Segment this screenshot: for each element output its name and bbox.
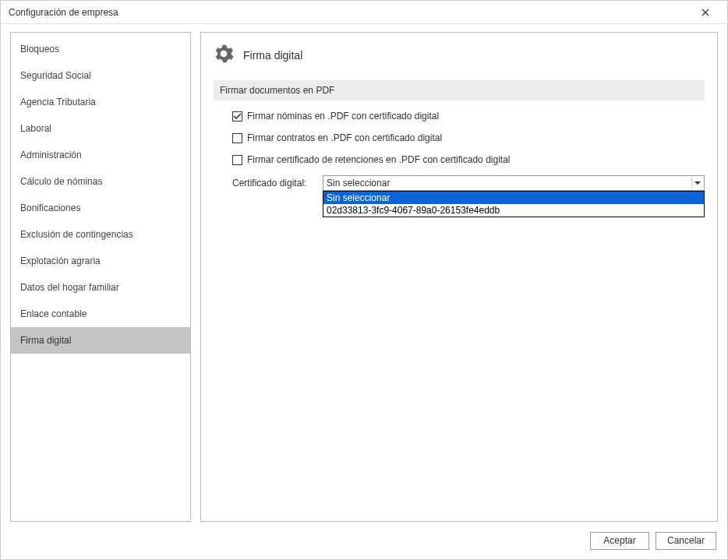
gear-icon [214, 44, 234, 66]
certificate-dropdown: Sin seleccionar02d33813-3fc9-4067-89a0-2… [323, 191, 705, 217]
combo-option[interactable]: 02d33813-3fc9-4067-89a0-26153fe4eddb [323, 204, 704, 217]
window-title: Configuración de empresa [9, 7, 118, 18]
titlebar: Configuración de empresa [1, 1, 727, 24]
checkbox-row: Firmar certificado de retenciones en .PD… [232, 152, 705, 167]
page-title: Firma digital [243, 49, 302, 62]
certificate-combo-wrap: Sin seleccionar Sin seleccionar02d33813-… [323, 175, 705, 191]
checkbox[interactable] [232, 133, 242, 143]
main-panel: Firma digital Firmar documentos en PDF F… [200, 32, 718, 522]
sidebar: BloqueosSeguridad SocialAgencia Tributar… [10, 32, 191, 522]
main-header: Firma digital [214, 44, 705, 66]
sidebar-item[interactable]: Datos del hogar familiar [11, 274, 190, 301]
checkbox-row: Firmar nóminas en .PDF con certificado d… [232, 108, 705, 124]
checkbox-label: Firmar nóminas en .PDF con certificado d… [247, 111, 439, 122]
sidebar-item[interactable]: Cálculo de nóminas [11, 168, 190, 195]
certificate-label: Certificado digital: [232, 175, 316, 188]
sidebar-item[interactable]: Bloqueos [11, 36, 190, 62]
sidebar-item[interactable]: Bonificaciones [11, 195, 190, 221]
sidebar-item[interactable]: Firma digital [11, 327, 190, 354]
close-button[interactable] [690, 2, 721, 23]
combo-option[interactable]: Sin seleccionar [323, 192, 704, 204]
sidebar-item[interactable]: Exclusión de contingencias [11, 221, 190, 248]
certificate-combo[interactable]: Sin seleccionar [323, 175, 705, 191]
section-body: Firmar nóminas en .PDF con certificado d… [214, 108, 705, 191]
sidebar-item[interactable]: Explotación agraria [11, 248, 190, 274]
certificate-field-row: Certificado digital: Sin seleccionar Sin… [232, 175, 705, 191]
sidebar-item[interactable]: Agencia Tributaria [11, 89, 190, 115]
sidebar-item[interactable]: Seguridad Social [11, 62, 190, 89]
checkbox[interactable] [232, 111, 242, 122]
chevron-down-icon [691, 177, 702, 189]
accept-button[interactable]: Aceptar [590, 532, 649, 550]
sidebar-item[interactable]: Enlace contable [11, 301, 190, 327]
sidebar-item[interactable]: Laboral [11, 115, 190, 142]
checkbox-label: Firmar certificado de retenciones en .PD… [247, 154, 510, 165]
certificate-combo-value: Sin seleccionar [327, 178, 390, 188]
sidebar-item[interactable]: Administración [11, 142, 190, 168]
checkbox-label: Firmar contratos en .PDF con certificado… [247, 132, 442, 143]
close-icon [701, 9, 709, 16]
checkbox[interactable] [232, 155, 242, 165]
checkbox-row: Firmar contratos en .PDF con certificado… [232, 130, 705, 146]
cancel-button[interactable]: Cancelar [656, 532, 716, 550]
section-header: Firmar documentos en PDF [214, 80, 705, 100]
footer: Aceptar Cancelar [1, 522, 727, 559]
